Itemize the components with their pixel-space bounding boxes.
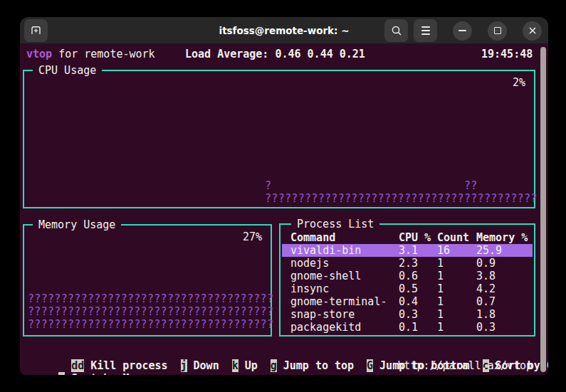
legend-label: Down: [194, 359, 219, 372]
column-header-command: Command: [290, 231, 335, 244]
process-count: 16: [437, 244, 450, 257]
terminal-content: vtop for remote-work Load Average: 0.46 …: [20, 44, 548, 375]
key-badge: G: [367, 359, 373, 372]
process-row[interactable]: nodejs 2.3 1 0.9: [282, 257, 533, 270]
process-cpu: 3.1: [399, 244, 418, 257]
menu-icon: [421, 26, 430, 35]
keybinding-legend: ddKill processjDownkUpgJump to topGJump …: [33, 346, 548, 359]
column-header-memory: Memory %: [476, 231, 528, 244]
close-icon: [528, 26, 537, 35]
search-button[interactable]: [384, 19, 408, 42]
legend-label: Jump to top: [283, 359, 354, 372]
process-memory: 0.7: [476, 295, 496, 308]
vtop-url: http://parall.ax/vtop: [397, 359, 533, 372]
maximize-icon: [494, 27, 501, 34]
process-memory: 0.9: [476, 257, 496, 270]
cpu-graph-glyphs: ????????????????????????????????????????…: [265, 192, 538, 205]
cpu-box-title: CPU Usage: [33, 64, 102, 77]
process-memory: 1.8: [476, 308, 496, 321]
cpu-usage-box: CPU Usage 2% ? ?? ??????????????????????…: [23, 70, 535, 208]
minimize-button[interactable]: [453, 21, 472, 41]
app-suffix: for remote-work: [52, 48, 155, 60]
memory-usage-box: Memory Usage 27% ???????????????????????…: [23, 224, 272, 337]
search-icon: [391, 25, 402, 36]
key-badge: j: [181, 359, 187, 372]
legend-label: Up: [245, 359, 258, 372]
process-row[interactable]: gnome-shell 0.6 1 3.8: [282, 270, 533, 282]
column-header-cpu: CPU %: [399, 231, 431, 244]
process-row-selected[interactable]: vivaldi-bin 3.1 16 25.9: [282, 244, 533, 257]
memory-graph-glyphs: ?????????????????????????????????????: [28, 318, 273, 331]
process-row[interactable]: packagekitd 0.1 1 0.3: [282, 321, 533, 334]
process-memory: 4.2: [476, 282, 496, 295]
memory-graph-glyphs: ?????????????????????????????????????: [28, 305, 273, 318]
process-count: 1: [437, 270, 444, 282]
app-name: vtop: [26, 48, 52, 60]
key-badge: k: [232, 359, 239, 372]
minimize-icon: [458, 30, 466, 31]
memory-percent: 27%: [243, 231, 262, 243]
titlebar[interactable]: itsfoss@remote-work: ~: [20, 17, 548, 44]
process-command: snap-store: [290, 308, 355, 321]
process-cpu: 0.1: [399, 321, 418, 334]
vtop-header: vtop for remote-work: [26, 48, 155, 60]
process-cpu: 0.5: [399, 282, 418, 295]
column-header-count: Count: [437, 231, 469, 244]
process-list-box: Process List Command CPU % Count Memory …: [279, 223, 535, 337]
process-cpu: 0.4: [399, 295, 418, 308]
process-memory: 25.9: [476, 244, 502, 257]
key-badge: g: [271, 359, 277, 372]
process-cpu: 2.3: [399, 257, 418, 270]
cpu-graph-glyphs: ??: [464, 179, 478, 192]
legend-up: kUp: [232, 359, 258, 372]
menu-button[interactable]: [414, 19, 437, 42]
process-list-title: Process List: [291, 218, 379, 231]
process-command: insync: [290, 282, 329, 295]
maximize-button[interactable]: [488, 21, 507, 41]
process-count: 1: [437, 308, 444, 321]
process-count: 1: [437, 321, 444, 334]
process-command: gnome-terminal-: [290, 295, 387, 308]
process-command: vivaldi-bin: [290, 244, 361, 257]
legend-down: jDown: [181, 359, 219, 372]
cpu-graph-glyphs: ?: [265, 179, 271, 192]
memory-box-title: Memory Usage: [33, 218, 121, 231]
clock: 19:45:48: [481, 48, 533, 60]
terminal-window: itsfoss@remote-work: ~: [20, 17, 548, 375]
process-memory: 3.8: [476, 270, 496, 282]
cpu-percent: 2%: [513, 76, 525, 89]
process-command: gnome-shell: [290, 270, 361, 282]
process-count: 1: [437, 257, 444, 270]
process-cpu: 0.3: [399, 308, 418, 321]
close-button[interactable]: [523, 21, 542, 41]
process-table-header: Command CPU % Count Memory %: [282, 231, 533, 244]
process-row[interactable]: gnome-terminal- 0.4 1 0.7: [282, 295, 533, 308]
process-count: 1: [437, 295, 444, 308]
legend-label: Sort by Mem: [71, 372, 142, 375]
scrollbar[interactable]: [540, 47, 546, 372]
memory-graph-glyphs: ?????????????????????????????????????: [28, 292, 273, 305]
process-command: nodejs: [290, 257, 329, 270]
process-command: packagekitd: [290, 321, 361, 334]
process-row[interactable]: insync 0.5 1 4.2: [282, 282, 533, 295]
process-row[interactable]: snap-store 0.3 1 1.8: [282, 308, 533, 321]
legend-jump-top: gJump to top: [271, 359, 354, 372]
process-memory: 0.3: [476, 321, 496, 334]
process-cpu: 0.6: [399, 270, 418, 282]
new-tab-icon: [30, 24, 42, 36]
legend-sort-mem: mSort by Mem: [20, 359, 142, 372]
new-tab-button[interactable]: [24, 19, 48, 42]
load-average: Load Average: 0.46 0.44 0.21: [185, 48, 365, 60]
key-badge: m: [58, 372, 65, 375]
process-count: 1: [437, 282, 444, 295]
